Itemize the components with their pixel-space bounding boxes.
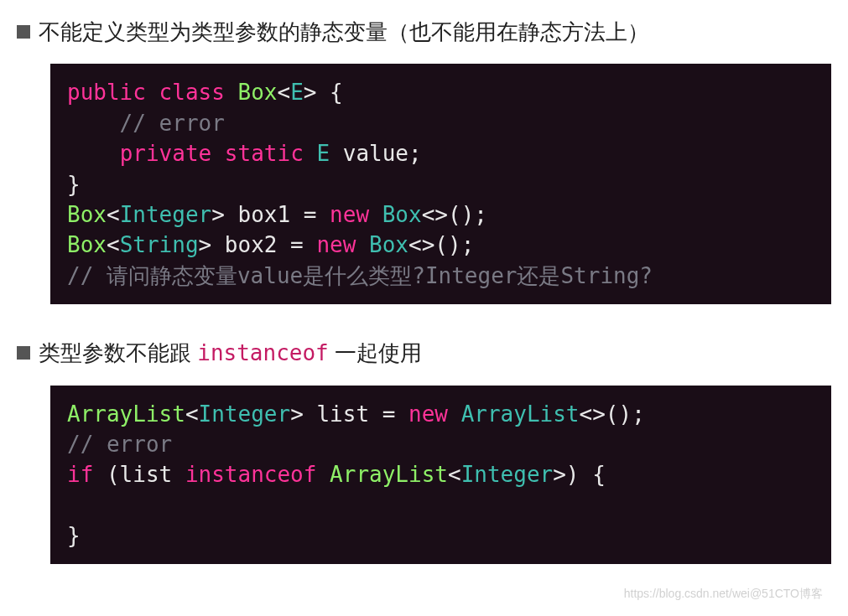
inline-kw-instanceof: instanceof [197,340,329,365]
punct: <>(); [422,202,487,227]
class-box: Box [382,202,422,227]
class-box: Box [67,232,107,257]
class-arraylist: ArrayList [461,401,580,427]
punct: <>(); [580,401,645,427]
square-bullet-icon [17,25,30,39]
square-bullet-icon [17,346,30,360]
type-integer: Integer [199,401,291,427]
punct: <>(); [408,232,474,257]
punct: { [316,80,342,105]
class-arraylist: ArrayList [330,462,448,487]
bullet-text-1: 不能定义类型为类型参数的静态变量（也不能用在静态方法上） [39,17,649,47]
punct: >) { [553,462,606,487]
kw-new: new [330,202,369,227]
bullet-row-1: 不能定义类型为类型参数的静态变量（也不能用在静态方法上） [17,17,831,47]
type-integer: Integer [120,202,212,227]
kw-if: if [67,462,93,487]
ident: > box2 = [199,232,317,257]
punct: < [107,202,120,227]
code-block-1: public class Box<E> { // error private s… [50,64,831,304]
ident: > list = [290,401,408,427]
kw-static: static [225,141,304,166]
type-e: E [290,80,304,105]
kw-public: public [67,80,146,105]
comment: // 请问静态变量value是什么类型?Integer还是String? [67,263,653,288]
bullet-row-2: 类型参数不能跟 instanceof 一起使用 [17,338,831,368]
ident: (list [93,462,185,487]
punct: < [448,462,461,487]
bullet-post: 一起使用 [329,340,422,365]
punct: } [67,172,81,197]
kw-instanceof: instanceof [185,462,317,487]
kw-class: class [159,80,225,105]
watermark: https://blog.csdn.net/wei@51CTO博客 [624,587,823,602]
type-integer: Integer [461,462,554,487]
punct: } [67,523,81,548]
bullet-text-2: 类型参数不能跟 instanceof 一起使用 [39,338,422,368]
class-arraylist: ArrayList [67,401,185,427]
class-box: Box [67,202,107,227]
kw-private: private [120,141,212,166]
punct: < [185,401,199,427]
punct: < [277,80,290,105]
type-e: E [316,141,330,166]
bullet-pre: 类型参数不能跟 [39,340,197,365]
ident: > box1 = [211,202,330,227]
class-box: Box [369,232,408,257]
kw-new: new [408,401,448,427]
type-string: String [120,232,199,257]
class-box: Box [238,80,278,105]
ident: value; [330,141,422,166]
kw-new: new [316,232,356,257]
code-block-2: ArrayList<Integer> list = new ArrayList<… [50,386,831,565]
punct: > [304,80,317,105]
comment: // error [67,432,172,457]
punct: < [107,232,120,257]
comment: // error [67,111,225,136]
